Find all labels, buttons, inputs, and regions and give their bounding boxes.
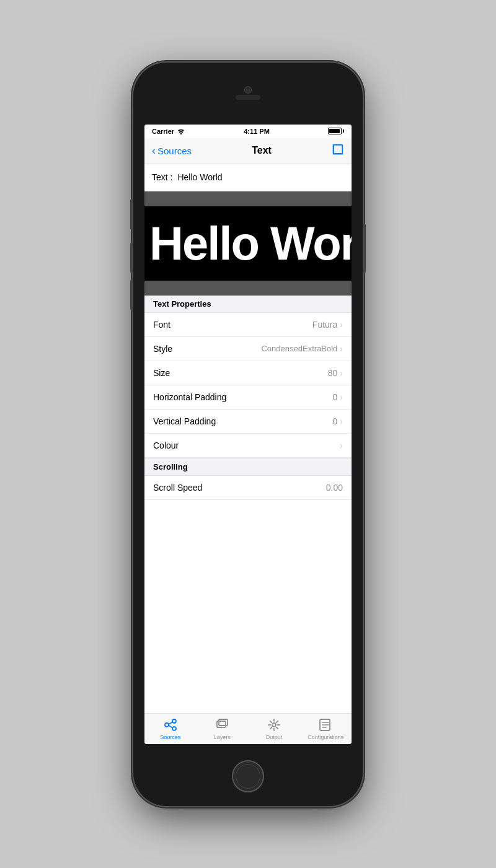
text-field-label: Text : [152, 172, 172, 182]
prop-row-style[interactable]: Style CondensedExtraBold › [144, 337, 352, 361]
home-button[interactable] [232, 760, 264, 792]
sources-tab-label: Sources [160, 734, 180, 740]
tab-bar: Sources Layers [144, 713, 352, 744]
preview-text: Hello World [144, 216, 352, 270]
scroll-speed-value: 0.00 [326, 483, 343, 493]
crop-icon[interactable] [332, 143, 344, 159]
scrolling-header: Scrolling [144, 458, 352, 476]
prop-row-font[interactable]: Font Futura › [144, 313, 352, 337]
status-bar: Carrier 4:11 PM [144, 125, 352, 138]
nav-title: Text [252, 145, 272, 156]
svg-point-0 [180, 133, 182, 134]
crop-icon-svg [332, 143, 344, 156]
scroll-speed-row[interactable]: Scroll Speed 0.00 [144, 476, 352, 500]
prop-row-vpadding[interactable]: Vertical Padding 0 › [144, 410, 352, 434]
sources-tab-icon [162, 717, 179, 733]
properties-list: Text Properties Font Futura › Style Cond… [144, 296, 352, 713]
prop-label-size: Size [153, 368, 170, 378]
prop-row-hpadding[interactable]: Horizontal Padding 0 › [144, 385, 352, 410]
svg-point-5 [172, 719, 176, 723]
svg-rect-1 [334, 144, 343, 154]
tab-sources[interactable]: Sources [144, 714, 197, 744]
svg-line-17 [277, 727, 278, 729]
svg-line-16 [270, 721, 272, 722]
preview-area: Hello World [144, 206, 352, 281]
text-properties-header: Text Properties [144, 296, 352, 313]
prop-value-size: 80 › [328, 368, 343, 378]
prop-value-vpadding: 0 › [333, 416, 343, 426]
text-input[interactable] [177, 172, 344, 182]
svg-point-11 [272, 723, 276, 727]
nav-bar: ‹ Sources Text [144, 138, 352, 164]
phone-frame: Carrier 4:11 PM ‹ [133, 63, 363, 806]
prop-label-style: Style [153, 344, 172, 354]
hpadding-value-text: 0 [333, 392, 338, 402]
prop-label-font: Font [153, 320, 170, 330]
output-tab-label: Output [265, 734, 282, 740]
size-chevron-icon: › [340, 368, 343, 378]
style-chevron-icon: › [340, 344, 343, 354]
phone-screen: Carrier 4:11 PM ‹ [144, 125, 352, 744]
home-button-ring [236, 764, 260, 789]
style-value-text: CondensedExtraBold [261, 344, 337, 353]
layers-tab-icon [214, 717, 230, 733]
prop-label-colour: Colour [153, 441, 179, 450]
status-time: 4:11 PM [244, 128, 270, 135]
output-icon-svg [266, 717, 282, 733]
configurations-tab-icon [317, 717, 334, 733]
layers-tab-label: Layers [214, 734, 231, 740]
back-button[interactable]: ‹ Sources [152, 145, 192, 156]
text-input-row: Text : [144, 164, 352, 191]
svg-line-18 [277, 721, 278, 722]
carrier-label: Carrier [152, 128, 185, 135]
configurations-icon-svg [317, 717, 334, 733]
font-chevron-icon: › [340, 320, 343, 330]
colour-chevron-icon: › [340, 441, 343, 450]
back-label: Sources [157, 146, 192, 156]
preview-bar-bottom [144, 281, 352, 296]
vpadding-chevron-icon: › [340, 416, 343, 426]
svg-line-19 [270, 727, 272, 729]
font-value-text: Futura [312, 320, 337, 330]
size-value-text: 80 [328, 368, 338, 378]
screen-content: Carrier 4:11 PM ‹ [144, 125, 352, 744]
prop-value-colour: › [340, 441, 343, 450]
tab-configurations[interactable]: Configurations [300, 714, 352, 744]
tab-layers[interactable]: Layers [197, 714, 249, 744]
prop-value-hpadding: 0 › [333, 392, 343, 402]
back-chevron-icon: ‹ [152, 145, 156, 156]
speaker [236, 95, 260, 100]
prop-value-style: CondensedExtraBold › [261, 344, 343, 354]
preview-bar-top [144, 191, 352, 206]
prop-label-vpadding: Vertical Padding [153, 416, 216, 426]
configurations-tab-label: Configurations [308, 734, 343, 740]
svg-point-6 [172, 727, 176, 730]
svg-line-8 [169, 726, 172, 728]
tab-output[interactable]: Output [248, 714, 300, 744]
scroll-speed-text: 0.00 [326, 483, 343, 493]
prop-row-size[interactable]: Size 80 › [144, 361, 352, 385]
prop-label-hpadding: Horizontal Padding [153, 392, 226, 402]
svg-point-4 [165, 723, 169, 727]
sources-icon-svg [162, 717, 179, 733]
vpadding-value-text: 0 [333, 416, 338, 426]
wifi-icon [177, 128, 185, 134]
output-tab-icon [266, 717, 282, 733]
layers-icon-svg [214, 717, 230, 733]
hpadding-chevron-icon: › [340, 392, 343, 402]
camera [244, 86, 252, 94]
battery-indicator [328, 128, 344, 134]
prop-value-font: Futura › [312, 320, 343, 330]
prop-row-colour[interactable]: Colour › [144, 434, 352, 458]
svg-line-7 [169, 722, 172, 725]
scroll-speed-label: Scroll Speed [153, 483, 202, 493]
